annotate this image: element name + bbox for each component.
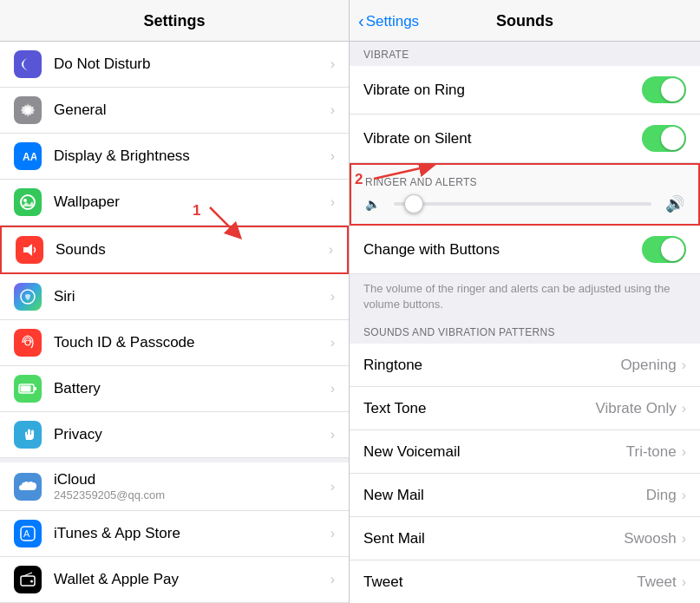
chevron-icon: › bbox=[682, 444, 686, 460]
chevron-icon: › bbox=[330, 148, 335, 164]
wallpaper-icon-wrap bbox=[14, 188, 42, 216]
right-panel-title: Sounds bbox=[496, 12, 553, 30]
sidebar-item-wallpaper[interactable]: Wallpaper › bbox=[0, 180, 349, 226]
ringtone-label: Ringtone bbox=[363, 357, 620, 374]
display-icon-wrap: AA bbox=[14, 142, 42, 170]
tweet-value: Tweet bbox=[637, 574, 676, 591]
chevron-icon: › bbox=[330, 56, 335, 72]
left-panel: Settings Do Not Disturb › General › bbox=[0, 0, 350, 603]
wallet-icon bbox=[19, 571, 36, 588]
new-mail-label: New Mail bbox=[363, 487, 646, 504]
settings-group-1: Do Not Disturb › General › AA Display & … bbox=[0, 42, 349, 458]
svg-point-8 bbox=[25, 340, 30, 345]
new-mail-value: Ding bbox=[646, 487, 677, 504]
new-mail-item[interactable]: New Mail Ding › bbox=[350, 474, 700, 517]
sidebar-item-label: Display & Brightness bbox=[54, 147, 327, 165]
volume-slider-row: 🔈 🔊 bbox=[351, 194, 698, 224]
chevron-icon: › bbox=[682, 357, 686, 373]
siri-icon bbox=[19, 288, 36, 305]
change-with-buttons-toggle[interactable] bbox=[642, 236, 686, 263]
volume-slider-thumb[interactable] bbox=[404, 194, 423, 213]
svg-text:2: 2 bbox=[355, 171, 363, 187]
privacy-icon-wrap bbox=[14, 421, 42, 449]
chevron-icon: › bbox=[330, 335, 335, 351]
arrow-annotation-2-svg: 2 bbox=[350, 163, 454, 194]
wallpaper-icon bbox=[19, 193, 36, 211]
right-panel: ‹ Settings Sounds VIBRATE Vibrate on Rin… bbox=[350, 0, 700, 603]
vibrate-section-header: VIBRATE bbox=[350, 42, 700, 66]
sidebar-item-label: iCloud bbox=[54, 471, 327, 488]
sidebar-item-icloud[interactable]: iCloud 2452359205@qq.com › bbox=[0, 462, 349, 511]
text-tone-item[interactable]: Text Tone Vibrate Only › bbox=[350, 387, 700, 430]
sidebar-item-wallet[interactable]: Wallet & Apple Pay › bbox=[0, 557, 349, 603]
sidebar-item-do-not-disturb[interactable]: Do Not Disturb › bbox=[0, 42, 349, 88]
sidebar-item-label: Battery bbox=[54, 380, 327, 397]
settings-group-2: iCloud 2452359205@qq.com › A iTunes & Ap… bbox=[0, 462, 349, 603]
svg-point-3 bbox=[23, 199, 27, 202]
sidebar-item-siri[interactable]: Siri › bbox=[0, 274, 349, 320]
chevron-icon: › bbox=[682, 531, 686, 547]
itunes-icon-wrap: A bbox=[14, 520, 42, 547]
sidebar-item-label: Sounds bbox=[56, 241, 325, 259]
sidebar-item-label: Privacy bbox=[54, 426, 327, 443]
sidebar-item-label: Wallet & Apple Pay bbox=[54, 571, 327, 588]
brightness-icon: AA bbox=[19, 147, 36, 165]
ringtone-item[interactable]: Ringtone Opening › bbox=[350, 344, 700, 387]
sidebar-item-battery[interactable]: Battery › bbox=[0, 366, 349, 412]
svg-point-15 bbox=[30, 580, 33, 583]
vibrate-on-silent-toggle[interactable] bbox=[642, 125, 686, 152]
chevron-icon: › bbox=[330, 194, 335, 210]
left-header: Settings bbox=[0, 0, 349, 42]
vibrate-on-silent-item[interactable]: Vibrate on Silent bbox=[350, 115, 700, 163]
new-voicemail-value: Tri-tone bbox=[626, 443, 677, 461]
sidebar-item-itunes[interactable]: A iTunes & App Store › bbox=[0, 511, 349, 557]
vibrate-on-ring-item[interactable]: Vibrate on Ring bbox=[350, 66, 700, 115]
patterns-list: Ringtone Opening › Text Tone Vibrate Onl… bbox=[350, 344, 700, 603]
change-with-buttons-label: Change with Buttons bbox=[363, 241, 642, 259]
text-tone-value: Vibrate Only bbox=[595, 400, 676, 417]
back-chevron-icon: ‹ bbox=[358, 11, 364, 31]
sidebar-item-display[interactable]: AA Display & Brightness › bbox=[0, 134, 349, 180]
vibrate-on-ring-toggle[interactable] bbox=[642, 76, 686, 103]
new-voicemail-item[interactable]: New Voicemail Tri-tone › bbox=[350, 430, 700, 474]
chevron-icon: › bbox=[330, 289, 335, 305]
gear-icon bbox=[19, 102, 36, 119]
sidebar-item-label: Touch ID & Passcode bbox=[54, 334, 327, 351]
sidebar-item-general[interactable]: General › bbox=[0, 88, 349, 134]
svg-marker-4 bbox=[23, 244, 32, 256]
patterns-section-header: SOUNDS AND VIBRATION PATTERNS bbox=[350, 319, 700, 344]
sidebar-item-sounds[interactable]: Sounds › 1 bbox=[0, 226, 349, 274]
chevron-icon: › bbox=[330, 526, 335, 541]
wallet-icon-wrap bbox=[14, 566, 42, 593]
svg-rect-11 bbox=[34, 387, 36, 390]
tweet-item[interactable]: Tweet Tweet › bbox=[350, 560, 700, 603]
svg-point-2 bbox=[21, 195, 35, 209]
icloud-text: iCloud 2452359205@qq.com bbox=[54, 471, 327, 501]
vibrate-on-ring-label: Vibrate on Ring bbox=[363, 82, 642, 99]
chevron-icon: › bbox=[330, 572, 335, 587]
change-buttons-list: Change with Buttons bbox=[350, 226, 700, 274]
new-voicemail-label: New Voicemail bbox=[363, 443, 626, 461]
appstore-icon: A bbox=[19, 525, 36, 542]
tweet-label: Tweet bbox=[363, 574, 637, 591]
volume-slider-track[interactable] bbox=[394, 202, 651, 206]
chevron-icon: › bbox=[330, 427, 335, 442]
back-button[interactable]: ‹ Settings bbox=[358, 11, 419, 31]
sent-mail-item[interactable]: Sent Mail Swoosh › bbox=[350, 517, 700, 560]
icloud-icon bbox=[18, 480, 37, 494]
sidebar-item-touchid[interactable]: Touch ID & Passcode › bbox=[0, 320, 349, 366]
sounds-icon-wrap bbox=[16, 236, 43, 264]
icloud-sublabel: 2452359205@qq.com bbox=[54, 488, 327, 501]
ringer-description: The volume of the ringer and alerts can … bbox=[350, 274, 700, 319]
sidebar-item-privacy[interactable]: Privacy › bbox=[0, 412, 349, 458]
volume-high-icon: 🔊 bbox=[665, 194, 684, 213]
battery-icon-wrap bbox=[14, 375, 42, 403]
sent-mail-value: Swoosh bbox=[624, 530, 676, 547]
chevron-icon: › bbox=[330, 381, 335, 397]
sent-mail-label: Sent Mail bbox=[363, 530, 624, 547]
do-not-disturb-icon-wrap bbox=[14, 50, 42, 78]
svg-text:A: A bbox=[23, 528, 30, 539]
svg-line-17 bbox=[374, 167, 428, 179]
change-with-buttons-item[interactable]: Change with Buttons bbox=[350, 226, 700, 274]
svg-text:AA: AA bbox=[23, 151, 36, 163]
